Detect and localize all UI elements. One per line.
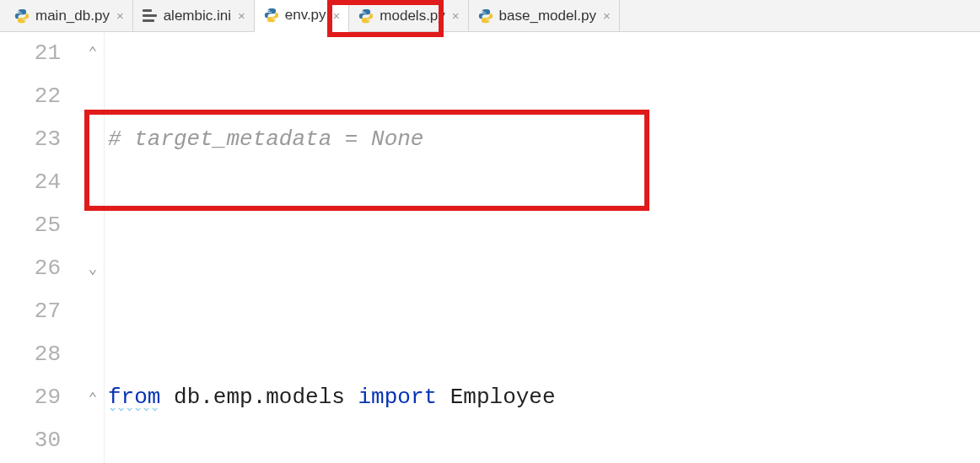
tab-bar: main_db.py × alembic.ini × env.py × mode… (0, 0, 980, 32)
close-icon[interactable]: × (601, 8, 612, 23)
tab-base-model[interactable]: base_model.py × (469, 0, 620, 31)
python-file-icon (263, 7, 280, 24)
code-line-22[interactable] (105, 247, 980, 290)
tab-label: models.py (380, 8, 444, 24)
tab-label: main_db.py (35, 8, 110, 24)
tab-label: base_model.py (499, 8, 596, 24)
tab-main-db[interactable]: main_db.py × (5, 0, 133, 31)
line-number: 22 (0, 75, 61, 118)
line-number: 27 (0, 290, 61, 333)
close-icon[interactable]: × (450, 8, 461, 23)
line-number-gutter: 21222324252627282930 (0, 32, 83, 463)
code-line-21[interactable]: # target_metadata = None (105, 118, 980, 161)
fold-up-icon[interactable]: ⌃ (85, 391, 100, 406)
line-number: 21 (0, 32, 61, 75)
line-number: 29 (0, 376, 61, 419)
line-number: 25 (0, 204, 61, 247)
fold-column: ⌃ ⌄ ⌃ (83, 32, 105, 463)
python-file-icon (477, 8, 494, 24)
tab-label: alembic.ini (164, 8, 231, 24)
line-number: 28 (0, 333, 61, 376)
close-icon[interactable]: × (331, 8, 342, 23)
tab-label: env.py (285, 7, 326, 24)
ini-file-icon (142, 8, 159, 24)
line-number: 23 (0, 118, 61, 161)
tab-models[interactable]: models.py × (349, 0, 468, 31)
python-file-icon (13, 8, 30, 24)
fold-up-icon[interactable]: ⌃ (85, 46, 100, 61)
tab-env[interactable]: env.py × (255, 0, 350, 32)
code-editor[interactable]: 21222324252627282930 ⌃ ⌄ ⌃ # target_meta… (0, 32, 980, 463)
close-icon[interactable]: × (236, 8, 247, 23)
code-content[interactable]: # target_metadata = None from db.emp.mod… (105, 32, 980, 463)
tab-alembic-ini[interactable]: alembic.ini × (133, 0, 255, 31)
code-line-23[interactable]: from db.emp.models import Employee (105, 376, 980, 419)
line-number: 24 (0, 161, 61, 204)
fold-down-icon[interactable]: ⌄ (85, 261, 100, 277)
line-number: 30 (0, 419, 61, 462)
python-file-icon (358, 8, 374, 24)
line-number: 26 (0, 247, 61, 290)
close-icon[interactable]: × (115, 8, 126, 23)
